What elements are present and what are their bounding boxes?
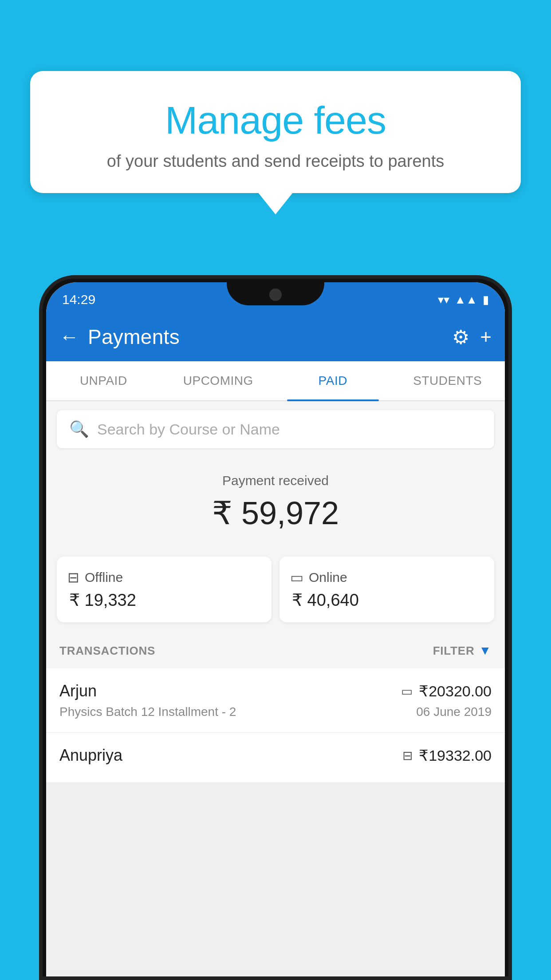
offline-label: Offline (85, 570, 123, 585)
online-label: Online (309, 570, 347, 585)
tab-upcoming[interactable]: UPCOMING (161, 361, 276, 400)
transactions-header: TRANSACTIONS FILTER ▼ (46, 633, 505, 668)
payment-summary: Payment received ₹ 59,972 (46, 457, 505, 557)
speech-bubble: Manage fees of your students and send re… (30, 71, 521, 193)
online-card: ▭ Online ₹ 40,640 (279, 557, 494, 622)
transaction-amount-row-2: ⊟ ₹19332.00 (402, 747, 492, 764)
online-icon: ▭ (290, 569, 303, 586)
camera (269, 288, 282, 301)
phone-frame: 14:29 ▾▾ ▲▲ ▮ ← Payments ⚙ + UNPAID UPCO… (39, 275, 512, 980)
bubble-title: Manage fees (48, 98, 503, 143)
volume-button (39, 368, 43, 403)
status-time: 14:29 (62, 292, 95, 307)
wifi-icon: ▾▾ (438, 293, 449, 307)
tab-students[interactable]: STUDENTS (390, 361, 505, 400)
filter-icon: ▼ (479, 644, 492, 658)
online-payment-icon: ▭ (401, 684, 413, 699)
transaction-course: Physics Batch 12 Installment - 2 (59, 705, 236, 719)
phone-screen: 14:29 ▾▾ ▲▲ ▮ ← Payments ⚙ + UNPAID UPCO… (46, 282, 505, 976)
transaction-name: Arjun (59, 682, 97, 700)
transactions-label: TRANSACTIONS (59, 644, 155, 658)
offline-card: ⊟ Offline ₹ 19,332 (57, 557, 272, 622)
offline-icon: ⊟ (67, 569, 79, 586)
transaction-amount-row: ▭ ₹20320.00 (401, 682, 492, 700)
transaction-amount-2: ₹19332.00 (419, 747, 492, 764)
app-bar-title: Payments (88, 325, 443, 349)
search-placeholder: Search by Course or Name (97, 421, 280, 438)
transaction-date: 06 June 2019 (416, 705, 492, 719)
app-bar: ← Payments ⚙ + (46, 312, 505, 361)
transaction-amount: ₹20320.00 (419, 682, 492, 700)
offline-amount: ₹ 19,332 (67, 590, 261, 610)
online-amount: ₹ 40,640 (290, 590, 484, 610)
filter-button[interactable]: FILTER ▼ (433, 644, 492, 658)
transaction-name-2: Anupriya (59, 746, 122, 765)
filter-label: FILTER (433, 644, 475, 658)
payment-cards: ⊟ Offline ₹ 19,332 ▭ Online ₹ 40,640 (46, 557, 505, 633)
tabs-container: UNPAID UPCOMING PAID STUDENTS (46, 361, 505, 401)
bubble-subtitle: of your students and send receipts to pa… (48, 152, 503, 171)
transaction-item[interactable]: Arjun ▭ ₹20320.00 Physics Batch 12 Insta… (46, 668, 505, 733)
tab-unpaid[interactable]: UNPAID (46, 361, 161, 400)
add-icon[interactable]: + (480, 326, 492, 348)
back-button[interactable]: ← (59, 326, 79, 348)
payment-total-amount: ₹ 59,972 (57, 494, 494, 532)
app-bar-actions: ⚙ + (452, 326, 492, 348)
search-icon: 🔍 (69, 420, 89, 439)
search-box[interactable]: 🔍 Search by Course or Name (57, 410, 494, 448)
phone-notch (227, 282, 324, 305)
transaction-item[interactable]: Anupriya ⊟ ₹19332.00 (46, 733, 505, 783)
payment-received-label: Payment received (57, 473, 494, 488)
signal-icon: ▲▲ (455, 293, 477, 307)
settings-icon[interactable]: ⚙ (452, 326, 469, 348)
offline-payment-icon: ⊟ (402, 748, 413, 763)
search-container: 🔍 Search by Course or Name (46, 401, 505, 457)
tab-paid[interactable]: PAID (276, 361, 390, 400)
status-icons: ▾▾ ▲▲ ▮ (438, 293, 489, 307)
power-button (508, 350, 512, 394)
battery-icon: ▮ (483, 293, 489, 307)
